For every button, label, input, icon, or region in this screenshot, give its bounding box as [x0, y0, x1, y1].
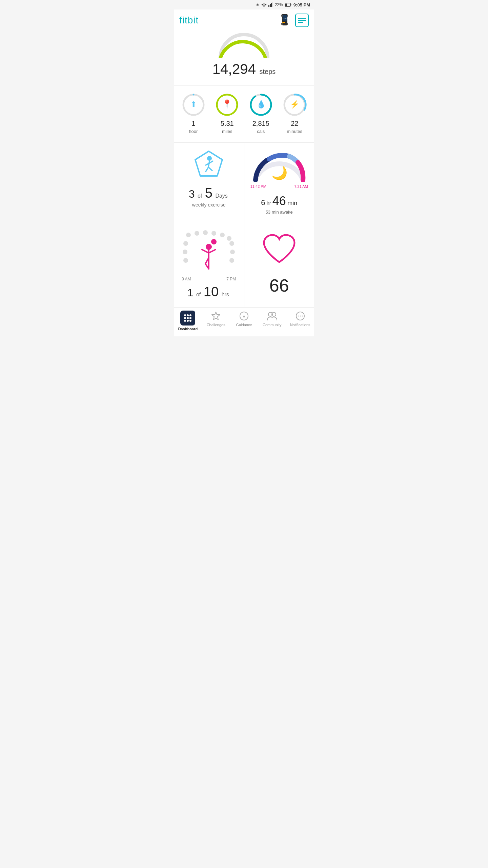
svg-text:📍: 📍 [222, 99, 232, 109]
miles-unit: miles [222, 129, 232, 134]
bluetooth-icon: ∗ [256, 2, 259, 7]
hourly-cell[interactable]: 9 AM 7 PM 1 of 10 hrs [174, 223, 244, 308]
hourly-start: 9 AM [182, 277, 191, 281]
svg-point-34 [186, 233, 191, 237]
svg-point-57 [184, 317, 186, 319]
svg-rect-14 [282, 22, 285, 23]
exercise-current: 3 [189, 188, 195, 200]
metric-miles[interactable]: 📍 5.31 miles [210, 93, 244, 134]
svg-text:12:50: 12:50 [282, 18, 287, 20]
minutes-unit: minutes [287, 129, 302, 134]
floors-unit: floor [189, 129, 198, 134]
svg-rect-11 [287, 23, 288, 25]
sleep-stats: 6 hr 46 min [261, 194, 297, 208]
svg-point-59 [189, 317, 191, 319]
hourly-of: of [196, 292, 201, 297]
exercise-cell[interactable]: 3 of 5 Days weekly exercise [174, 143, 244, 223]
svg-line-32 [209, 161, 213, 163]
sleep-gauge: 🌙 [250, 150, 308, 182]
svg-point-42 [183, 250, 187, 254]
steps-label: steps [260, 68, 276, 75]
cals-ring: 💧 [249, 93, 273, 117]
metric-cals[interactable]: 💧 2,815 cals [244, 93, 278, 134]
hourly-stats: 1 of 10 hrs [187, 284, 230, 299]
nav-guidance-label: Guidance [236, 323, 252, 327]
nav-challenges-label: Challenges [207, 323, 225, 327]
svg-line-50 [209, 250, 216, 253]
svg-point-54 [184, 314, 186, 316]
minutes-value: 22 [291, 120, 298, 127]
nav-notifications-label: Notifications [290, 323, 310, 327]
svg-point-72 [298, 316, 299, 317]
floors-value: 1 [191, 120, 195, 127]
guidance-icon [239, 311, 249, 321]
status-time: 9:05 PM [293, 2, 310, 7]
menu-button[interactable] [295, 14, 309, 27]
heart-icon [261, 233, 298, 269]
svg-rect-0 [268, 5, 269, 7]
steps-ring [217, 31, 271, 58]
app-logo: fitbit [179, 15, 199, 26]
svg-marker-63 [212, 312, 220, 320]
sleep-hr-label: hr [267, 201, 271, 206]
nav-notifications[interactable]: Notifications [286, 311, 314, 331]
svg-point-37 [211, 231, 216, 236]
sleep-hours: 6 [261, 198, 265, 207]
sleep-min-label: min [287, 200, 297, 206]
svg-point-27 [207, 156, 212, 161]
metric-floors[interactable]: ⬆ 1 floor [177, 93, 210, 134]
sleep-cell[interactable]: 🌙 11:42 PM 7:21 AM 6 hr 46 min 53 min aw… [244, 143, 314, 223]
svg-point-47 [206, 244, 212, 250]
cals-unit: cals [257, 129, 265, 134]
nav-community-label: Community [263, 323, 282, 327]
svg-point-61 [187, 320, 189, 322]
nav-community[interactable]: Community [258, 311, 286, 331]
metric-minutes[interactable]: ⚡ 22 minutes [278, 93, 312, 134]
svg-point-35 [195, 231, 199, 236]
exercise-icon [194, 150, 224, 181]
svg-point-39 [227, 236, 231, 241]
hourly-unit: hrs [222, 292, 229, 297]
main-grid: 3 of 5 Days weekly exercise 🌙 [174, 143, 314, 308]
app-header: fitbit 12:50 [174, 9, 314, 31]
watch-icon[interactable]: 12:50 [278, 13, 292, 28]
battery-icon [285, 3, 291, 7]
challenges-icon [210, 311, 221, 321]
heartrate-cell[interactable]: 66 [244, 223, 314, 308]
community-icon [267, 311, 278, 321]
svg-point-38 [220, 233, 225, 237]
nav-dashboard[interactable]: Dashboard [174, 311, 202, 331]
svg-point-60 [184, 320, 186, 322]
steps-value: 14,294 [212, 61, 256, 77]
svg-point-73 [300, 316, 301, 317]
svg-point-56 [189, 314, 191, 316]
hourly-goal: 10 [204, 284, 219, 299]
svg-line-49 [202, 250, 209, 253]
svg-rect-8 [281, 15, 283, 17]
notifications-icon [295, 311, 306, 321]
svg-point-68 [243, 316, 244, 317]
nav-challenges[interactable]: Challenges [202, 311, 230, 331]
wifi-icon [261, 2, 267, 7]
steps-ring-container [174, 31, 314, 58]
svg-point-45 [229, 258, 234, 263]
nav-guidance[interactable]: Guidance [230, 311, 258, 331]
floors-ring: ⬆ [181, 93, 206, 117]
svg-rect-2 [271, 3, 272, 7]
sleep-start: 11:42 PM [250, 184, 266, 189]
miles-value: 5.31 [221, 120, 234, 127]
heartrate-value: 66 [269, 275, 289, 296]
exercise-stats: 3 of 5 Days [189, 185, 229, 201]
svg-rect-5 [290, 4, 291, 5]
svg-point-46 [211, 239, 217, 244]
miles-ring: 📍 [215, 93, 239, 117]
svg-text:⬆: ⬆ [190, 100, 197, 108]
nav-dashboard-label: Dashboard [178, 327, 198, 331]
exercise-goal: 5 [205, 185, 212, 200]
status-bar: ∗ 22% 9:05 PM [174, 0, 314, 9]
hourly-times: 9 AM 7 PM [182, 277, 236, 281]
battery-percent: 22% [275, 2, 283, 7]
svg-text:🌙: 🌙 [271, 165, 287, 181]
svg-point-43 [230, 250, 235, 254]
cals-value: 2,815 [252, 120, 269, 127]
